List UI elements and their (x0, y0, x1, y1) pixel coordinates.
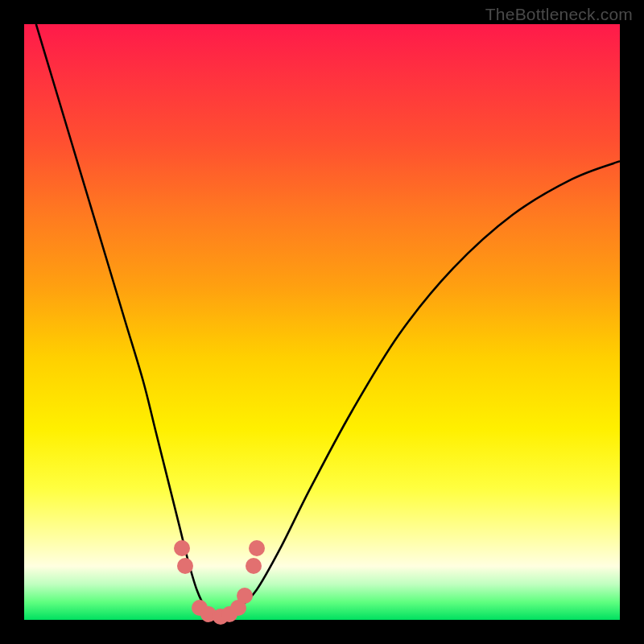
curve-layer (24, 24, 620, 620)
data-marker (237, 588, 253, 604)
data-marker (249, 540, 265, 556)
bottleneck-curve (36, 24, 620, 615)
data-marker (246, 558, 262, 574)
data-marker (174, 540, 190, 556)
plot-area (24, 24, 620, 620)
watermark-text: TheBottleneck.com (485, 5, 633, 24)
data-marker (177, 558, 193, 574)
